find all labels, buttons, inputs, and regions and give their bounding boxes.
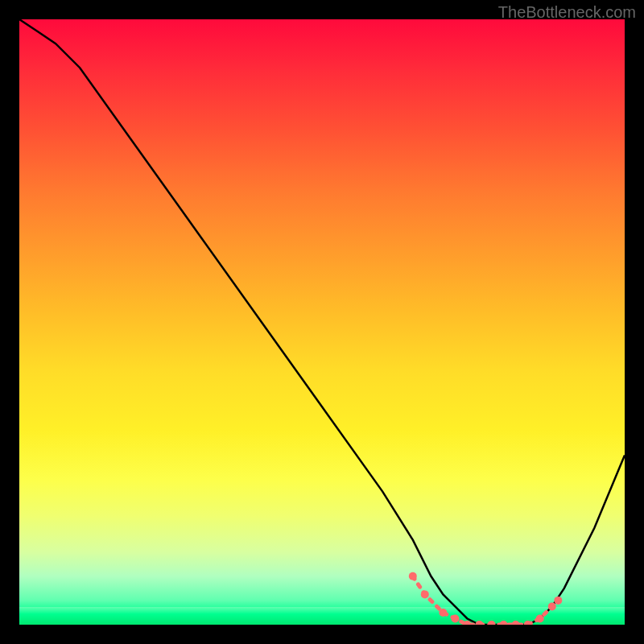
watermark-text: TheBottleneck.com xyxy=(498,3,636,22)
chart-bottom-strip xyxy=(19,607,625,625)
chart-gradient-background xyxy=(19,19,625,625)
